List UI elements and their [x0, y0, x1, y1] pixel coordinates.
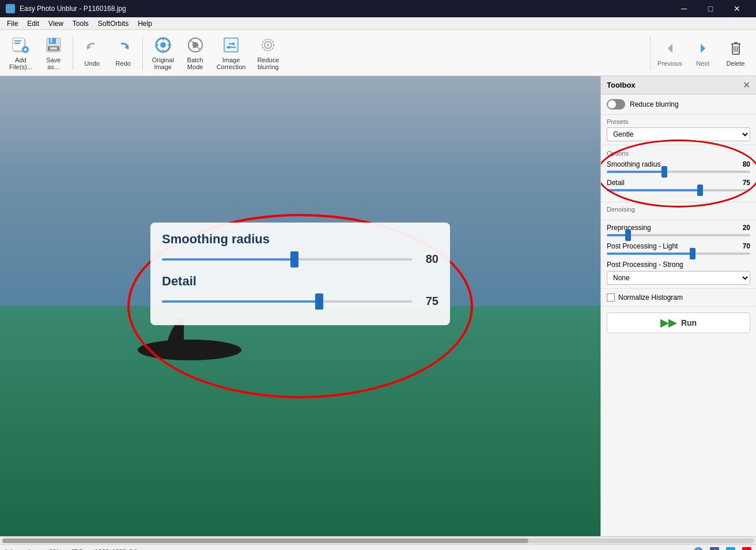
- batch-mode-button[interactable]: BatchMode: [181, 33, 210, 73]
- redo-label: Redo: [116, 60, 131, 67]
- svg-rect-2: [14, 40, 21, 42]
- menu-tools[interactable]: Tools: [68, 18, 93, 29]
- pp-light-track[interactable]: [607, 253, 750, 255]
- add-files-icon: [12, 36, 30, 54]
- reduce-blur-label: Reduce blurring: [630, 100, 679, 108]
- info-icon[interactable]: i: [694, 547, 703, 551]
- smoothing-radius-thumb[interactable]: [662, 166, 667, 178]
- preprocessing-thumb[interactable]: [625, 229, 631, 241]
- image-area[interactable]: Smoothing radius 80 Detail 75: [0, 76, 600, 536]
- batch-mode-icon: [186, 36, 205, 54]
- smoothing-radius-ann-row: 80: [162, 253, 439, 266]
- smoothing-radius-ann-fill: [162, 258, 294, 261]
- minimize-button[interactable]: ─: [671, 0, 697, 17]
- svg-rect-3: [14, 43, 20, 44]
- preprocessing-track[interactable]: [607, 234, 750, 236]
- run-icon: ▶▶: [660, 317, 676, 329]
- toolbar-sep-2: [142, 36, 143, 70]
- scroll-area: [0, 536, 756, 544]
- reduce-blur-toggle[interactable]: [607, 99, 625, 110]
- image-canvas: Smoothing radius 80 Detail 75: [0, 76, 600, 536]
- reduce-blurring-button[interactable]: Reduceblurring: [252, 33, 284, 73]
- sea-layer: [0, 306, 600, 536]
- h-scrollbar-thumb[interactable]: [2, 538, 528, 543]
- pp-light-fill: [607, 253, 693, 255]
- next-button[interactable]: Next: [687, 33, 719, 73]
- add-files-button[interactable]: AddFile(s)...: [5, 33, 37, 73]
- svg-marker-33: [701, 44, 705, 53]
- delete-label: Delete: [727, 60, 745, 67]
- smoothing-radius-ann-thumb[interactable]: [290, 251, 298, 268]
- original-image-button[interactable]: OriginalImage: [148, 33, 179, 73]
- original-image-icon: [154, 36, 172, 54]
- window-controls[interactable]: ─ □ ✕: [671, 0, 750, 17]
- youtube-icon[interactable]: ▶: [742, 547, 751, 551]
- run-button[interactable]: ▶▶ Run: [607, 312, 750, 333]
- next-label: Next: [696, 60, 709, 67]
- maximize-button[interactable]: □: [697, 0, 724, 17]
- menu-edit[interactable]: Edit: [22, 18, 44, 29]
- presets-select[interactable]: Gentle Normal Strong Custom: [607, 127, 750, 141]
- image-correction-button[interactable]: ImageCorrection: [212, 33, 251, 73]
- svg-marker-32: [668, 44, 672, 53]
- reduce-blur-row: Reduce blurring: [601, 95, 756, 115]
- status-bar: 1:1 60% JPG (1968x1269x24) i f t ▶: [0, 544, 756, 550]
- menu-view[interactable]: View: [44, 18, 68, 29]
- smoothing-radius-track[interactable]: [607, 171, 750, 173]
- app-icon: [6, 4, 15, 13]
- save-as-label: Saveas...: [46, 56, 61, 70]
- save-as-button[interactable]: Saveas...: [39, 33, 68, 73]
- detail-ann-track[interactable]: [162, 300, 412, 303]
- options-section: Options Smoothing radius 80 Detail 75: [601, 145, 756, 202]
- annotation-box: Smoothing radius 80 Detail 75: [150, 223, 450, 325]
- denoising-section: Denoising: [601, 202, 756, 220]
- save-as-icon: [44, 36, 63, 54]
- toolbar-right: Previous Next Delete: [648, 33, 751, 73]
- zoom-ratio: 1:1: [5, 548, 13, 551]
- menu-help[interactable]: Help: [133, 18, 157, 29]
- main-content: Smoothing radius 80 Detail 75: [0, 76, 756, 536]
- detail-ann-thumb[interactable]: [315, 293, 323, 310]
- pp-light-thumb[interactable]: [690, 248, 695, 259]
- detail-ann-value: 75: [418, 295, 439, 308]
- title-bar: Easy Photo Unblur - P1160168.jpg ─ □ ✕: [0, 0, 756, 17]
- redo-button[interactable]: Redo: [109, 33, 138, 73]
- toolbar-sep-1: [73, 36, 73, 70]
- detail-ann-label: Detail: [162, 274, 439, 289]
- menu-file[interactable]: File: [2, 18, 22, 29]
- zoom-control-icon[interactable]: [22, 547, 40, 551]
- pp-strong-select[interactable]: None Low Medium High: [607, 271, 750, 285]
- menu-softorbits[interactable]: SoftOrbits: [93, 18, 133, 29]
- previous-button[interactable]: Previous: [654, 33, 686, 73]
- pp-light-slider-row: Post Processing - Light 70: [607, 242, 750, 255]
- undo-button[interactable]: Undo: [78, 33, 107, 73]
- file-format: JPG: [71, 548, 83, 551]
- pp-light-label-row: Post Processing - Light 70: [607, 242, 750, 250]
- pp-light-value: 70: [743, 242, 750, 250]
- denoising-title: Denoising: [607, 206, 750, 213]
- close-button[interactable]: ✕: [724, 0, 750, 17]
- normalize-checkbox[interactable]: [607, 293, 615, 302]
- delete-button[interactable]: Delete: [720, 33, 751, 73]
- normalize-label: Normalize Histogram: [618, 293, 683, 302]
- h-scrollbar[interactable]: [2, 538, 754, 543]
- smoothing-radius-ann-track[interactable]: [162, 258, 412, 261]
- detail-track[interactable]: [607, 189, 750, 191]
- reduce-blurring-label: Reduceblurring: [257, 56, 279, 70]
- twitter-icon[interactable]: t: [726, 547, 735, 551]
- svg-rect-9: [50, 38, 52, 43]
- detail-thumb[interactable]: [697, 184, 703, 196]
- add-files-label: AddFile(s)...: [9, 56, 32, 70]
- toolbox-title: Toolbox: [607, 81, 636, 89]
- toolbox-header: Toolbox ✕: [601, 76, 756, 95]
- image-correction-label: ImageCorrection: [217, 56, 246, 70]
- pp-light-label: Post Processing - Light: [607, 242, 678, 250]
- detail-ann-fill: [162, 300, 319, 303]
- window-title: Easy Photo Unblur - P1160168.jpg: [20, 5, 126, 13]
- facebook-icon[interactable]: f: [710, 547, 719, 551]
- detail-fill: [607, 189, 700, 191]
- original-image-label: OriginalImage: [152, 56, 174, 70]
- smoothing-radius-label-row: Smoothing radius 80: [607, 160, 750, 168]
- run-section: ▶▶ Run: [601, 307, 756, 339]
- toolbox-close-button[interactable]: ✕: [743, 80, 750, 91]
